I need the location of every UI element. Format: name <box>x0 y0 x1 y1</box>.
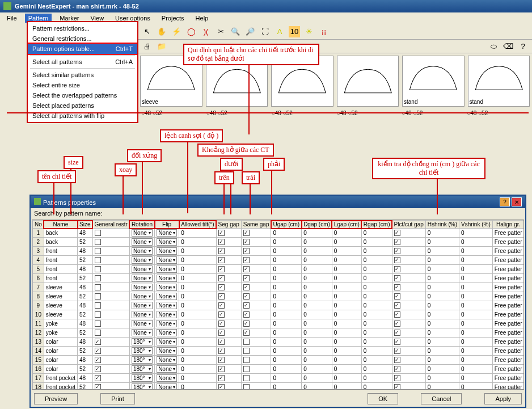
col-header[interactable]: General restr <box>92 221 129 229</box>
select[interactable]: None <box>132 293 153 300</box>
checkbox[interactable] <box>95 275 101 281</box>
cell-name[interactable]: yoke <box>44 319 77 328</box>
checkbox[interactable] <box>243 257 250 263</box>
select[interactable]: None <box>157 238 177 246</box>
cell-name[interactable]: sleeve <box>44 283 77 292</box>
checkbox[interactable] <box>243 248 250 254</box>
select[interactable]: None <box>132 311 153 318</box>
checkbox[interactable] <box>218 230 225 236</box>
col-header[interactable]: Dgap (cm) <box>302 221 332 229</box>
table-row[interactable]: 3front48NoneNone0000000Free patterFree p… <box>33 247 525 256</box>
cell-name[interactable]: colar <box>44 356 77 365</box>
checkbox[interactable] <box>95 293 101 300</box>
select[interactable]: None <box>157 284 177 291</box>
checkbox[interactable] <box>243 339 250 345</box>
checkbox[interactable] <box>218 275 225 281</box>
folder-icon[interactable]: 📁 <box>156 41 167 52</box>
checkbox[interactable] <box>95 375 101 381</box>
cell-name[interactable]: front <box>44 274 77 283</box>
checkbox[interactable] <box>394 330 400 336</box>
checkbox[interactable] <box>95 266 101 272</box>
checkbox[interactable] <box>243 266 250 272</box>
checkbox[interactable] <box>218 330 225 336</box>
help-button[interactable]: ? <box>500 197 510 206</box>
select[interactable]: None <box>157 374 177 382</box>
cell-name[interactable]: sleeve <box>44 292 77 301</box>
cell-name[interactable]: colar <box>44 338 77 347</box>
table-row[interactable]: 18front pocket52180°None0000000Free patt… <box>33 383 525 390</box>
menu-item[interactable]: Select all patternsCtrl+A <box>28 57 137 67</box>
select[interactable]: None <box>132 256 153 264</box>
select[interactable]: None <box>157 293 177 300</box>
checkbox[interactable] <box>95 239 101 245</box>
scissors-icon[interactable]: ✂ <box>215 26 226 37</box>
checkbox[interactable] <box>95 230 101 236</box>
select[interactable]: None <box>132 284 153 291</box>
checkbox[interactable] <box>394 266 400 272</box>
select[interactable]: 180° <box>132 356 153 364</box>
select[interactable]: None <box>132 329 153 336</box>
checkbox[interactable] <box>394 248 400 254</box>
checkbox[interactable] <box>394 366 400 372</box>
menu-item[interactable]: Pattern restrictions... <box>28 23 137 33</box>
cell-name[interactable]: front pocket <box>44 383 77 390</box>
select[interactable]: None <box>157 320 177 327</box>
col-header[interactable]: Size <box>78 221 92 229</box>
col-header[interactable]: Ugap (cm) <box>271 221 302 229</box>
piece-thumb[interactable] <box>337 56 399 107</box>
ring-icon[interactable]: ◯ <box>185 26 197 37</box>
table-row[interactable]: 7sleeve48NoneNone0000000Free patterFree … <box>33 283 525 292</box>
close-button[interactable]: ✕ <box>512 197 522 206</box>
shape-icon[interactable]: ⬭ <box>488 41 499 52</box>
table-row[interactable]: 13colar48180°None0000000Free patterFree … <box>33 338 525 347</box>
menu-help[interactable]: Help <box>192 14 212 23</box>
checkbox[interactable] <box>394 375 400 381</box>
hand-icon[interactable]: ✋ <box>156 26 167 37</box>
checkbox[interactable] <box>218 248 225 254</box>
cell-name[interactable]: yoke <box>44 328 77 338</box>
select[interactable]: 180° <box>132 383 153 390</box>
cell-name[interactable]: sleeve <box>44 310 77 319</box>
checkbox[interactable] <box>95 330 101 336</box>
text-icon[interactable]: A <box>274 26 285 37</box>
box-icon[interactable]: 10 <box>289 26 300 37</box>
select[interactable]: None <box>132 265 153 273</box>
checkbox[interactable] <box>243 239 250 245</box>
checkbox[interactable] <box>95 311 101 318</box>
select[interactable]: None <box>132 302 153 309</box>
split-icon[interactable]: )( <box>200 26 212 37</box>
checkbox[interactable] <box>243 348 250 354</box>
checkbox[interactable] <box>95 348 101 354</box>
cell-name[interactable]: front <box>44 256 77 265</box>
checkbox[interactable] <box>218 366 225 372</box>
checkbox[interactable] <box>394 348 400 354</box>
checkbox[interactable] <box>394 284 400 290</box>
checkbox[interactable] <box>95 384 101 390</box>
col-header[interactable]: Allowed tilt(°) <box>179 221 216 229</box>
table-row[interactable]: 6front52NoneNone0000000Free patterFree p… <box>33 274 525 283</box>
cancel-button[interactable]: Cancel <box>421 393 462 404</box>
select[interactable]: None <box>157 247 177 255</box>
checkbox[interactable] <box>394 230 400 236</box>
col-header[interactable]: Lgap (cm) <box>332 221 361 229</box>
zoom-in-icon[interactable]: 🔍 <box>230 26 241 37</box>
checkbox[interactable] <box>243 230 250 236</box>
apply-button[interactable]: Apply <box>484 393 522 404</box>
select[interactable]: None <box>132 229 153 237</box>
checkbox[interactable] <box>243 311 250 318</box>
checkbox[interactable] <box>394 257 400 263</box>
cell-name[interactable]: front pocket <box>44 374 77 383</box>
checkbox[interactable] <box>243 275 250 281</box>
checkbox[interactable] <box>95 284 101 290</box>
table-row[interactable]: 17front pocket48180°None0000000Free patt… <box>33 374 525 383</box>
select[interactable]: None <box>132 320 153 327</box>
select[interactable]: 180° <box>132 347 153 355</box>
cell-name[interactable]: front <box>44 247 77 256</box>
col-header[interactable]: Vshrink (%) <box>459 221 493 229</box>
col-header[interactable]: Rgap (cm) <box>361 221 392 229</box>
checkbox[interactable] <box>218 311 225 318</box>
checkbox[interactable] <box>218 375 225 381</box>
cut-icon[interactable]: ¡¡ <box>318 26 330 37</box>
checkbox[interactable] <box>243 321 250 327</box>
select[interactable]: None <box>157 365 177 373</box>
